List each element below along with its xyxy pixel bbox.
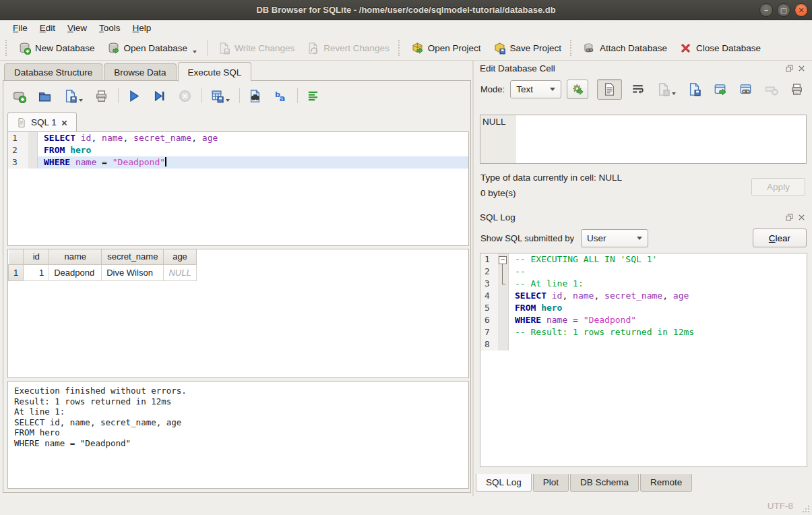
open-database-icon: [107, 42, 120, 55]
titlebar[interactable]: DB Browser for SQLite - /home/user/code/…: [0, 0, 812, 20]
table-cell[interactable]: NULL: [164, 264, 196, 280]
menu-view[interactable]: View: [61, 21, 93, 35]
mode-select-value: Text: [516, 84, 533, 94]
fold-margin[interactable]: [498, 253, 509, 266]
save-project-button[interactable]: Save Project: [487, 38, 568, 58]
close-database-icon: [679, 42, 692, 55]
auto-switch-mode-button[interactable]: [567, 80, 588, 99]
encoding-indicator[interactable]: UTF-8: [768, 501, 793, 511]
word-wrap-button[interactable]: ba: [270, 87, 291, 105]
open-project-button[interactable]: Open Project: [405, 38, 487, 58]
line-number: 5: [480, 302, 498, 314]
execution-message: Execution finished without errors.Result…: [7, 381, 469, 489]
toolbar-handle[interactable]: [398, 40, 402, 56]
copy-link-button[interactable]: [736, 80, 755, 98]
close-icon[interactable]: [797, 213, 806, 222]
open-sql-file-button[interactable]: [34, 87, 55, 105]
sql-tab[interactable]: SQL 1: [7, 112, 77, 132]
close-button[interactable]: ✕: [794, 3, 808, 17]
maximize-button[interactable]: ▢: [777, 3, 790, 17]
code-line[interactable]: 6WHERE name = "Deadpond": [480, 314, 807, 326]
menu-edit[interactable]: Edit: [34, 21, 61, 35]
bottom-tab-remote[interactable]: Remote: [640, 474, 692, 492]
chevron-down-icon: [550, 88, 555, 91]
results-grid[interactable]: idnamesecret_nameage11DeadpondDive Wilso…: [7, 249, 469, 378]
table-cell[interactable]: 1: [24, 264, 49, 280]
sql-editor[interactable]: 1SELECT id, name, secret_name, age2FROM …: [7, 131, 469, 246]
set-null-button[interactable]: [761, 80, 781, 98]
mode-select[interactable]: Text: [510, 80, 561, 98]
code-line[interactable]: 2FROM hero: [8, 144, 468, 156]
log-filter-label: Show SQL submitted by: [480, 233, 574, 243]
format-sql-button[interactable]: [303, 87, 323, 105]
window-title: DB Browser for SQLite - /home/user/code/…: [256, 5, 555, 15]
tab-execute-sql[interactable]: Execute SQL: [178, 62, 252, 82]
clear-log-button[interactable]: Clear: [753, 229, 807, 247]
close-database-button[interactable]: Close Database: [673, 38, 767, 58]
apply-button[interactable]: Apply: [751, 178, 805, 196]
menu-tools[interactable]: Tools: [93, 21, 127, 35]
revert-changes-button[interactable]: Revert Changes: [301, 38, 396, 58]
wrap-lines-icon: [631, 82, 645, 96]
row-header[interactable]: 1: [9, 264, 24, 280]
attach-database-button[interactable]: Attach Database: [577, 38, 673, 58]
message-line: Result: 1 rows returned in 12ms: [14, 396, 462, 407]
code-line[interactable]: 7-- Result: 1 rows returned in 12ms: [480, 326, 807, 338]
stop-button[interactable]: [175, 87, 195, 105]
table-cell[interactable]: Dive Wilson: [102, 264, 164, 280]
column-header-secret_name[interactable]: secret_name: [102, 249, 164, 264]
sql-log-view[interactable]: 1-- EXECUTING ALL IN 'SQL 1'2--3-- At li…: [480, 253, 807, 467]
code-line[interactable]: 4SELECT id, name, secret_name, age: [480, 290, 807, 302]
code-line[interactable]: 3WHERE name = "Deadpond": [8, 156, 468, 169]
new-database-icon: [18, 42, 31, 55]
toolbar-handle[interactable]: [570, 40, 574, 56]
cell-value-editor[interactable]: NULL: [480, 115, 807, 164]
write-changes-button[interactable]: Write Changes: [212, 38, 301, 58]
main-tabbar: Database StructureBrowse DataExecute SQL: [4, 62, 253, 82]
table-cell[interactable]: Deadpond: [49, 264, 102, 280]
new-tab-button[interactable]: [9, 87, 30, 105]
float-icon[interactable]: [785, 213, 794, 222]
minimize-button[interactable]: −: [759, 3, 773, 17]
save-sql-file-button[interactable]: [60, 87, 86, 105]
resize-grip[interactable]: [802, 505, 810, 513]
code-line[interactable]: 8: [480, 338, 807, 351]
float-icon[interactable]: [785, 64, 794, 73]
column-header-age[interactable]: age: [164, 249, 196, 264]
text-mode-button[interactable]: [597, 79, 622, 100]
bottom-tab-plot[interactable]: Plot: [533, 474, 569, 492]
column-header-name[interactable]: name: [49, 249, 102, 264]
menu-file[interactable]: File: [7, 21, 34, 35]
log-filter-select[interactable]: User: [581, 229, 648, 247]
cell-edit-area[interactable]: [516, 115, 806, 163]
bottom-tab-db-schema[interactable]: DB Schema: [570, 474, 639, 492]
find-replace-button[interactable]: [245, 87, 266, 105]
new-database-button[interactable]: New Database: [12, 38, 101, 58]
close-icon[interactable]: [797, 64, 806, 73]
print-cell-button[interactable]: [787, 80, 807, 98]
execute-line-button[interactable]: [149, 87, 170, 105]
print-sql-button[interactable]: [91, 87, 112, 105]
code-line[interactable]: 5FROM hero: [480, 302, 807, 314]
save-results-button[interactable]: [207, 87, 233, 105]
line-number: 3: [480, 278, 498, 290]
code-line[interactable]: 1-- EXECUTING ALL IN 'SQL 1': [480, 253, 807, 266]
main-toolbar: New DatabaseOpen DatabaseWrite ChangesRe…: [0, 36, 812, 61]
menu-help[interactable]: Help: [127, 21, 158, 35]
column-header-id[interactable]: id: [24, 249, 49, 264]
fold-margin: [498, 314, 509, 326]
code-line[interactable]: 1SELECT id, name, secret_name, age: [8, 132, 468, 144]
results-table: idnamesecret_nameage11DeadpondDive Wilso…: [8, 249, 197, 281]
import-data-button[interactable]: [654, 80, 679, 98]
execute-all-button[interactable]: [123, 87, 144, 105]
code-line[interactable]: 3-- At line 1:: [480, 278, 807, 290]
corner-header[interactable]: [9, 249, 24, 264]
export-data-button[interactable]: [685, 80, 704, 98]
open-database-button[interactable]: Open Database: [101, 38, 204, 58]
bottom-tab-sql-log[interactable]: SQL Log: [476, 474, 532, 492]
tab-close-icon[interactable]: [61, 119, 68, 126]
toolbar-handle[interactable]: [5, 40, 9, 56]
code-line[interactable]: 2--: [480, 266, 807, 278]
wrap-lines-button[interactable]: [628, 80, 648, 98]
open-external-button[interactable]: [710, 80, 730, 98]
